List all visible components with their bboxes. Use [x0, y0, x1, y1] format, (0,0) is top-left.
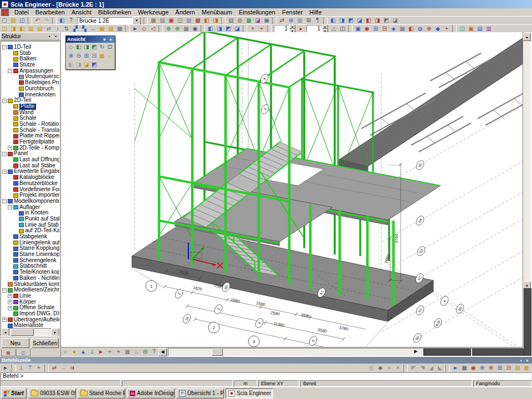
tree-item-starre-kopplungen[interactable]: Starre Kopplungen: [1, 245, 59, 252]
text-editor-button[interactable]: ¶: [313, 17, 322, 24]
tree-item-schale[interactable]: Schale: [1, 115, 59, 121]
tile-horizontal-button[interactable]: ◩: [224, 25, 233, 32]
tree-item-balken[interactable]: Balken: [1, 56, 59, 62]
break-button[interactable]: ▞: [71, 25, 80, 32]
extend-button[interactable]: ⇅: [62, 25, 71, 32]
tree-item-auf-2d-teil-kante[interactable]: auf 2D-Teil-Kante: [1, 228, 59, 234]
quick-info-button[interactable]: ?: [150, 349, 158, 356]
expand-icon[interactable]: +: [2, 318, 7, 322]
label-members-button[interactable]: ►: [96, 349, 105, 356]
close-icon[interactable]: ×: [53, 33, 59, 39]
tree-item-modellieren-zeichnen[interactable]: −Modellieren/Zeichnen: [1, 287, 59, 293]
document-maker-button[interactable]: ◫: [176, 17, 185, 24]
task-button-stand-roche-esw[interactable]: Stand Roche ESW...: [78, 388, 125, 398]
menu-datei[interactable]: Datei: [11, 8, 32, 16]
tree-item-vordefinierte-forme[interactable]: Vordefinierte Forme: [1, 187, 59, 193]
libraries-button[interactable]: ▦: [244, 17, 253, 24]
pin-icon[interactable]: ▪: [518, 357, 524, 364]
task-button-übersicht-1-paint[interactable]: PÜbersicht 1 - Paint: [176, 388, 224, 398]
raster-button[interactable]: ▦: [295, 17, 304, 24]
task-button-09033-esw-09[interactable]: 09033 ESW 09: [28, 388, 76, 398]
zoom-in-button[interactable]: ⊕: [67, 52, 75, 60]
menu-hilfe[interactable]: Hilfe: [306, 8, 325, 16]
table-view-button[interactable]: ⊞: [141, 349, 150, 356]
tile-windows-button[interactable]: ◨: [215, 25, 224, 32]
tree-item-modellkomponenten[interactable]: −Modellkomponenten: [1, 198, 59, 204]
grid-toggle-button[interactable]: ▦: [123, 349, 132, 356]
viewport-horizontal-scrollbar[interactable]: ►: [168, 348, 523, 356]
render-hidden-button[interactable]: ▤: [475, 25, 484, 32]
undo-button[interactable]: ↶: [33, 17, 42, 24]
graphics-toggle-button[interactable]: ○: [61, 349, 70, 356]
scroll-right-icon[interactable]: ►: [412, 349, 420, 355]
snap-end-button[interactable]: ◉: [362, 25, 371, 32]
scale-button[interactable]: ▥: [27, 25, 35, 32]
tree-item-2d-teil[interactable]: −2D-Teil: [1, 98, 59, 104]
tree-item-fertigteilplatte[interactable]: Fertigteilplatte: [1, 139, 59, 145]
collapse-icon[interactable]: −: [2, 288, 7, 293]
close-button[interactable]: Schließen: [32, 338, 59, 348]
paste-view-button[interactable]: ◨: [75, 61, 83, 69]
zoom-document-button[interactable]: ⊕: [287, 17, 295, 24]
menu-werkzeuge[interactable]: Werkzeuge: [135, 8, 172, 16]
view-axo-button[interactable]: ◇: [67, 43, 75, 51]
tree-item-auflager[interactable]: −Auflager: [1, 204, 59, 211]
collapse-icon[interactable]: −: [2, 199, 7, 203]
scale-spinner[interactable]: 1 ▲▼: [274, 24, 295, 33]
collapse-icon[interactable]: −: [2, 45, 7, 49]
tree-item-stabschnitt[interactable]: Stabschnitt: [1, 263, 59, 269]
label-supports-button[interactable]: ⊥: [88, 349, 96, 356]
tree-item-strukturdaten-kontrollie[interactable]: Strukturdaten kontrollie: [1, 282, 59, 288]
scroll-left-icon[interactable]: ◄: [158, 348, 167, 356]
invert-selection-button[interactable]: +: [442, 25, 451, 32]
database-manager-button[interactable]: ◪: [253, 17, 262, 24]
tree-item-last-auf-stäbe[interactable]: Last auf Stäbe: [1, 163, 59, 169]
calculation-button[interactable]: ▦: [149, 17, 158, 24]
view-top-button[interactable]: ◨: [373, 17, 382, 24]
measure-button[interactable]: ↔: [89, 25, 98, 32]
tree-item-in-knoten[interactable]: in Knoten: [1, 210, 59, 216]
new-project-button[interactable]: ▢: [0, 17, 9, 24]
start-button[interactable]: Start: [1, 388, 27, 398]
print-button[interactable]: ▤: [227, 17, 236, 24]
tree-item-starre-linienkopplun[interactable]: Starre Linienkopplun: [1, 252, 59, 258]
symbols-toggle-button[interactable]: +: [114, 349, 123, 356]
select-crossing-button[interactable]: ◧: [407, 25, 416, 32]
3d-viewport[interactable]: 1520162025802580258025803580113603580106…: [61, 32, 523, 347]
tree-item-schale-rotationsfli[interactable]: Schale - Rotationsfli: [1, 121, 59, 127]
array-button[interactable]: ▦: [98, 25, 106, 32]
scrollbar-thumb[interactable]: [212, 349, 223, 356]
tree-item-balken-nichtlineari[interactable]: Balken - Nichtlineari: [1, 275, 59, 282]
link-document-button[interactable]: ⇄: [278, 17, 287, 24]
mirror-button[interactable]: ▤: [35, 25, 44, 32]
copy-view-button[interactable]: ◧: [67, 61, 75, 69]
close-icon[interactable]: ×: [524, 357, 530, 364]
tree-item-stab[interactable]: Stab: [1, 50, 59, 57]
select-pointer-button[interactable]: ►: [1, 365, 10, 372]
tree-item-linie-auf-stab[interactable]: Linie auf Stab: [1, 222, 59, 228]
snap-point-button[interactable]: ◉: [469, 365, 478, 372]
tree-item-durchbruch[interactable]: Durchbruch: [1, 86, 59, 92]
ucs-manager-button[interactable]: ▦: [182, 25, 191, 32]
tree-item-körper[interactable]: +Körper: [1, 299, 59, 305]
snap-intersection-button[interactable]: ◈: [389, 25, 398, 32]
tree-item-1d-teil[interactable]: −1D-Teil: [1, 44, 59, 50]
cursor-ne-button[interactable]: ◥: [418, 365, 427, 372]
zoom-previous-button[interactable]: ⊟: [90, 52, 98, 60]
view-palette[interactable]: Ansicht ▾ × ◇◧◨◩↻⊡ ⊕⊖⊞⊟▦☼ ◧◨◪◩: [65, 35, 115, 70]
input-point-button[interactable]: ⊥: [17, 365, 25, 372]
combo-dropdown-icon[interactable]: ▾: [132, 17, 141, 25]
render-solid-button[interactable]: ▥: [484, 25, 493, 32]
new-window-button[interactable]: ◧: [58, 17, 66, 24]
select-window-button[interactable]: ▦: [398, 25, 407, 32]
display-tab-button[interactable]: ◫: [16, 349, 30, 356]
tree-item-punkt-auf-stab[interactable]: Punkt auf Stab: [1, 216, 59, 222]
menu-fenster[interactable]: Fenster: [279, 8, 306, 16]
tree-item-2d-teile-kompone[interactable]: +2D-Teile - Kompone: [1, 145, 59, 151]
3d-model-area[interactable]: 1520162025802580258025803580113603580106…: [61, 32, 532, 357]
collapse-icon[interactable]: −: [2, 152, 7, 156]
tree-item-scherengelenk[interactable]: Scherengelenk: [1, 258, 59, 264]
offset-button[interactable]: ⇄: [44, 25, 53, 32]
copy-add-button[interactable]: ◫: [0, 25, 9, 32]
tree-item-stabgelenk[interactable]: Stabgelenk: [1, 234, 59, 240]
